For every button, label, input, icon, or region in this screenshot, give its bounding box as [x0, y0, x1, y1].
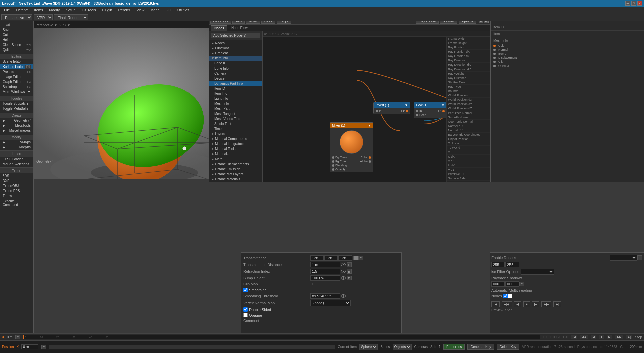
image-editor-item[interactable]: Image Editor	[0, 74, 33, 79]
raytrace-val-1-input[interactable]	[491, 281, 505, 287]
node-invert[interactable]: Invert (1)▼ In Out	[373, 102, 410, 114]
stop-button[interactable]: ■	[523, 301, 530, 307]
x-pos-e[interactable]: E	[41, 345, 46, 349]
presets-item[interactable]: PresetsF8	[0, 69, 33, 74]
current-item-select[interactable]: Sphere	[359, 344, 378, 350]
transport-prev[interactable]: ◀◀	[580, 335, 588, 339]
nl-item-info-expandable[interactable]: ▶ Item Info	[209, 56, 262, 61]
more-windows-item[interactable]: More Windows▼	[0, 89, 33, 94]
raytrace-e[interactable]: E	[519, 282, 524, 286]
nl-time[interactable]: Time	[209, 126, 262, 131]
nodes-checkbox-2[interactable]	[508, 294, 512, 298]
nodes-checkbox[interactable]	[503, 294, 508, 298]
scene-editor-item[interactable]: Scene Editor	[0, 59, 33, 64]
nl-material-integrators-expandable[interactable]: ▶ Material Integrators	[209, 141, 262, 146]
enable-despike-select[interactable]	[610, 255, 637, 261]
nl-gradient-expandable[interactable]: ▶ Gradient	[209, 51, 262, 56]
x-e[interactable]: E	[15, 335, 20, 339]
transport-end[interactable]: ▶|	[626, 335, 632, 339]
refraction-index-input[interactable]	[310, 269, 340, 274]
transmittance-distance-input[interactable]	[310, 262, 340, 267]
epsf-loader-item[interactable]: EPSF Loader	[0, 157, 33, 162]
export-eps-item[interactable]: Export EPS	[0, 188, 33, 193]
nl-octane-materials[interactable]: ▶ Octane Materials	[209, 177, 262, 182]
play-back-button[interactable]: ◀	[514, 301, 521, 307]
close-button[interactable]: ✕	[637, 1, 642, 6]
mocap-item[interactable]: MoCapSkelegons	[0, 162, 33, 167]
nl-light-info[interactable]: Light Info	[209, 96, 262, 101]
step-forward-button[interactable]: ▶▶	[541, 301, 551, 307]
perspective-dropdown[interactable]: Perspective	[1, 14, 32, 20]
value-255-2-input[interactable]	[505, 262, 519, 267]
nl-octane-emission[interactable]: ▶ Octane Emission	[209, 167, 262, 172]
menu-modify[interactable]: Modify	[46, 7, 62, 13]
menu-model[interactable]: Model	[148, 7, 163, 13]
step-back-button[interactable]: ◀◀	[502, 301, 512, 307]
maximize-button[interactable]: □	[631, 1, 636, 6]
nl-bone-id[interactable]: Bone ID	[209, 61, 262, 66]
transport-begin[interactable]: |◀	[571, 335, 577, 339]
node-pow[interactable]: Pow (1)▼ In Out Peer	[414, 102, 447, 118]
nl-material-tools-expandable[interactable]: ▶ Material Tools	[209, 146, 262, 151]
nl-material-components-expandable[interactable]: ▶ Material Components	[209, 136, 262, 141]
toggle-subpatch-item[interactable]: Toggle Subpatch	[0, 101, 33, 106]
surface-editor-item[interactable]: Surface EditorF5	[0, 64, 33, 69]
menu-plugin[interactable]: Plugin	[99, 7, 115, 13]
nl-mesh-vertex-find[interactable]: Mesh Vertex Find	[209, 116, 262, 121]
raytrace-val-2-input[interactable]	[505, 281, 519, 287]
objects-select[interactable]: Objects	[393, 344, 412, 350]
smoothing-checkbox[interactable]	[243, 288, 248, 292]
node-mixer[interactable]: Mixer (1) ▼ Bg ColorColor Fg ColorAlpha …	[330, 122, 373, 172]
menu-octane[interactable]: Octane	[13, 7, 31, 13]
transmittance-b-input[interactable]	[338, 255, 352, 261]
next-button[interactable]: ▶|	[553, 301, 562, 307]
menu-view[interactable]: View	[134, 7, 147, 13]
nl-layers-expandable[interactable]: ▶ Layers	[209, 131, 262, 136]
tab-nodes[interactable]: Nodes	[211, 25, 227, 31]
execute-command-item[interactable]: Execute Command	[0, 198, 33, 207]
play-button[interactable]: ▶	[532, 301, 539, 307]
tab-node-flow[interactable]: Node Flow	[228, 25, 251, 30]
nl-octane-mat-layers[interactable]: ▶ Octane Mat Layers	[209, 172, 262, 177]
double-sided-checkbox[interactable]	[243, 307, 248, 312]
nl-octane-medium[interactable]: ▶ Octane Medium	[209, 182, 262, 182]
value-255-1-input[interactable]	[491, 262, 505, 267]
nl-item-info-child[interactable]: Item Info	[209, 91, 262, 96]
nl-octane-displacements[interactable]: ▶ Octane Displacements	[209, 162, 262, 167]
transmittance-g-input[interactable]	[324, 255, 338, 261]
save-item[interactable]: Save	[0, 27, 33, 32]
title-bar-controls[interactable]: ─ □ ✕	[625, 1, 642, 6]
transmittance-r-input[interactable]	[310, 255, 324, 261]
menu-file[interactable]: File	[1, 7, 13, 13]
final-render-dropdown[interactable]: Final_Render	[54, 14, 88, 20]
load-item[interactable]: Load	[0, 22, 33, 27]
smoothing-threshold-input[interactable]	[310, 293, 340, 299]
nl-functions-expandable[interactable]: ▶ Functions	[209, 46, 262, 51]
nl-device[interactable]: Device	[209, 76, 262, 81]
menu-items[interactable]: Items	[31, 7, 46, 13]
nl-mesh-info[interactable]: Mesh Info	[209, 101, 262, 106]
add-selected-node-button[interactable]: Add Selected Node(s)	[211, 33, 260, 38]
transmittance-distance-e[interactable]: E	[347, 262, 352, 267]
exportobj-item[interactable]: ExportOBJ	[0, 183, 33, 188]
bump-height-e[interactable]: E	[347, 276, 352, 280]
quit-item[interactable]: Quit+Q	[0, 47, 33, 52]
nl-materials-expandable[interactable]: ▶ Materials	[209, 151, 262, 157]
nl-dynamics-part-info[interactable]: Dynamics Part Info	[209, 81, 262, 86]
miscellaneous-item[interactable]: ▶Miscellaneous	[0, 128, 33, 133]
backdrop-item[interactable]: BackdropF3	[0, 84, 33, 89]
clear-scene-item[interactable]: Clear Scene+N	[0, 42, 33, 47]
transmittance-e-button[interactable]: E	[358, 256, 363, 260]
transport-forward[interactable]: ▶▶	[615, 335, 623, 339]
opaque-checkbox[interactable]	[243, 313, 248, 317]
vertex-normal-map-select[interactable]: (none)	[310, 300, 351, 306]
toggle-metaballs-item[interactable]: Toggle MetaBalls	[0, 106, 33, 111]
vmaps-item[interactable]: ▶VMaps	[0, 140, 33, 145]
menu-fxtools[interactable]: FX Tools	[79, 7, 99, 13]
menu-utilities[interactable]: Utilities	[175, 7, 192, 13]
menu-render[interactable]: Render	[115, 7, 133, 13]
properties-button[interactable]: Properties	[443, 344, 465, 350]
nl-item-id[interactable]: Item ID	[209, 86, 262, 91]
nl-camera[interactable]: Camera	[209, 71, 262, 76]
throw-item[interactable]: Throw	[0, 193, 33, 198]
